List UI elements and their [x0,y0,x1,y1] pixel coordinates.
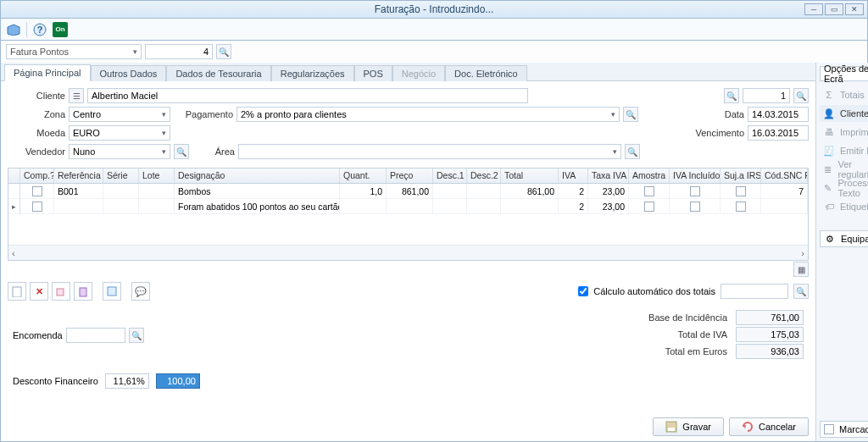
desconto-pct-input[interactable] [105,373,149,389]
col-taxa[interactable]: Taxa IVA [588,169,629,183]
total-iva-label: Total de IVA [678,329,728,340]
tag-icon: 🏷 [823,201,835,213]
receipt-icon: 🧾 [823,145,835,157]
module-icon[interactable]: On [53,22,68,37]
row-amostra-checkbox[interactable] [644,202,654,212]
lines-grid[interactable]: Comp.? Referência Série Lote Designação … [8,168,809,261]
tab-pagina-principal[interactable]: Página Principal [4,64,91,81]
help-icon[interactable]: ? [32,22,47,37]
col-incluido[interactable]: IVA Incluído [670,169,721,183]
cliente-pick-button[interactable]: ☰ [69,88,84,103]
window-title: Faturação - Introduzindo... [375,3,494,15]
grid-header-row: Comp.? Referência Série Lote Designação … [8,169,808,184]
doc-search-button[interactable]: 🔍 [216,44,231,59]
vencimento-input[interactable]: 16.03.2015 [748,125,809,141]
area-search-button[interactable]: 🔍 [625,144,640,159]
grid-scrollbar[interactable]: ‹› [8,245,808,260]
desconto-valor-input[interactable] [156,373,200,389]
encomenda-label: Encomenda [13,330,63,340]
side-item-ver-regularizacoes[interactable]: ≣Ver regularizações [820,161,868,178]
gear-icon: ⚙ [824,233,836,245]
pagamento-combo[interactable]: 2% a pronto para clientes [236,107,620,122]
delete-line-button[interactable]: ✕ [30,282,48,301]
row-sujairs-checkbox[interactable] [736,186,746,196]
col-sujairs[interactable]: Suj.a IRS [721,169,761,183]
calc-auto-input[interactable] [721,284,788,299]
tab-regularizacoes[interactable]: Regularizações [271,65,354,81]
col-d2[interactable]: Desc.2 [467,169,501,183]
vendedor-combo[interactable]: Nuno [69,144,170,159]
list-icon: ≣ [823,163,833,175]
side-equipamentos[interactable]: ⚙ Equipamentos [820,230,868,247]
side-item-processador-texto[interactable]: ✎Processador Texto [820,180,868,196]
row-sujairs-checkbox[interactable] [736,202,746,212]
side-panel-header[interactable]: Opções deste Ecrã ▾ [820,66,868,81]
col-lote[interactable]: Lote [139,169,175,183]
col-snc[interactable]: Cód.SNC F [761,169,808,183]
tab-doc-eletronico[interactable]: Doc. Eletrónico [445,65,527,81]
doc-type-combo[interactable]: Fatura Pontos ▾ [6,44,142,59]
col-comp[interactable]: Comp.? [20,169,54,183]
vendedor-search-button[interactable]: 🔍 [174,144,189,159]
col-desig[interactable]: Designação [175,169,340,183]
data-input[interactable]: 14.03.2015 [748,107,809,122]
pagamento-search-button[interactable]: 🔍 [623,107,638,122]
moeda-combo[interactable]: EURO [69,125,170,141]
side-item-etiquetas[interactable]: 🏷Etiquetas [820,198,868,215]
col-qty[interactable]: Quant. [340,169,387,183]
save-button[interactable]: Gravar [653,417,724,436]
row-incluido-checkbox[interactable] [690,186,700,196]
col-total[interactable]: Total [501,169,559,183]
tab-dados-tesouraria[interactable]: Dados de Tesouraria [166,65,270,81]
col-serie[interactable]: Série [103,169,139,183]
text-icon: ✎ [823,182,833,194]
maximize-button[interactable]: ▭ [825,3,843,15]
grid-row[interactable]: ▸ Foram abatidos 100 pontos ao seu cartã… [8,199,808,214]
cliente-num-search-button[interactable]: 🔍 [793,88,809,103]
notes-button[interactable]: 💬 [131,282,150,301]
tab-outros-dados[interactable]: Outros Dados [91,65,167,81]
side-item-totais[interactable]: ΣTotais [820,86,868,103]
package-icon[interactable] [6,22,21,37]
row-comp-checkbox[interactable] [32,202,42,212]
zona-combo[interactable]: Centro [69,107,170,122]
col-iva[interactable]: IVA [559,169,588,183]
side-item-emitir-recibo[interactable]: 🧾Emitir Recibo [820,142,868,159]
doc-number-input[interactable] [145,44,213,59]
cliente-input[interactable]: Albertino Maciel [87,88,528,103]
cliente-num-input[interactable]: 1 [743,88,790,103]
col-preco[interactable]: Preço [387,169,433,183]
total-euros-value: 936,03 [736,344,804,359]
sum-icon: Σ [823,89,835,101]
paste-line-button[interactable] [74,282,92,301]
cliente-search-button[interactable]: 🔍 [724,88,739,103]
doc-type-value: Fatura Pontos [10,47,69,57]
cancel-button[interactable]: Cancelar [729,417,809,436]
calc-auto-search-button[interactable]: 🔍 [793,284,809,299]
grid-config-button[interactable] [103,282,121,301]
minimize-button[interactable]: ─ [804,3,823,15]
window-titlebar: Faturação - Introduzindo... ─ ▭ ✕ [0,0,868,19]
grid-row[interactable]: B001 Bombos 1,0 861,00 861,00 2 23,00 7 [8,184,808,199]
side-marcada[interactable]: Marcada [820,421,868,438]
close-button[interactable]: ✕ [845,3,864,15]
row-incluido-checkbox[interactable] [690,202,700,212]
row-comp-checkbox[interactable] [32,186,42,196]
col-d1[interactable]: Desc.1 [433,169,467,183]
svg-text:?: ? [37,25,43,35]
row-amostra-checkbox[interactable] [644,186,654,196]
area-combo[interactable] [238,144,621,159]
col-ref[interactable]: Referência [54,169,103,183]
encomenda-input[interactable] [66,328,125,343]
tab-pos[interactable]: POS [354,65,392,81]
grid-aux-button[interactable]: ▦ [793,262,809,277]
calc-auto-checkbox[interactable] [578,286,588,296]
col-amostra[interactable]: Amostra [629,169,670,183]
side-item-imprimir[interactable]: 🖶Imprimir [820,124,868,141]
encomenda-search-button[interactable]: 🔍 [129,328,144,343]
new-line-button[interactable] [8,282,26,301]
marcada-checkbox[interactable] [824,424,834,434]
grid-toolbar: ✕ 💬 Cálculo automático dos totais 🔍 [1,279,815,304]
side-item-cliente[interactable]: 👤Cliente [820,105,868,122]
copy-line-button[interactable] [52,282,70,301]
